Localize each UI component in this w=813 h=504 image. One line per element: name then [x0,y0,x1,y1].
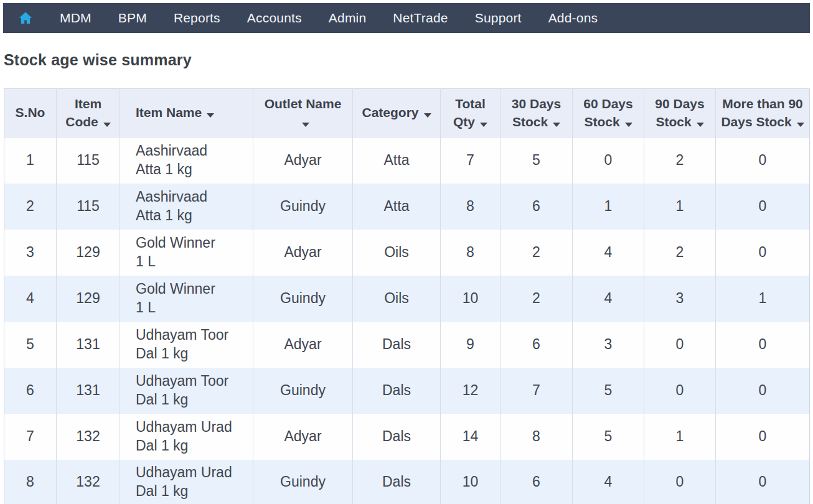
table-header-row: S.NoItem CodeItem NameOutlet NameCategor… [4,89,810,138]
cell-90-days-stock: 0 [644,368,716,414]
cell-category: Dals [353,414,441,460]
cell-outlet-name: Adyar [253,414,353,460]
cell-s-no: 1 [4,138,57,184]
nav-item-bpm[interactable]: BPM [118,11,147,26]
cell-outlet-name: Guindy [253,460,353,504]
cell-item-name: Gold Winner 1 L [120,230,253,276]
cell-item-name: Aashirvaad Atta 1 kg [120,184,253,230]
table-row: 6131Udhayam Toor Dal 1 kgGuindyDals12750… [4,368,810,414]
nav-item-add-ons[interactable]: Add-ons [548,11,598,26]
cell-s-no: 8 [4,460,57,504]
stock-summary-table: S.NoItem CodeItem NameOutlet NameCategor… [4,88,813,504]
cell-total-qty: 12 [441,368,500,414]
column-label: More than 90 Days Stock [721,96,802,129]
cell-30-days-stock: 6 [500,184,573,230]
cell-total-qty: 10 [441,460,500,504]
column-header-item-code[interactable]: Item Code [57,89,120,138]
cell-90-days-stock: 0 [644,460,716,504]
cell-60-days-stock: 4 [573,460,644,504]
sort-down-icon [697,123,704,127]
table-row: 1115Aashirvaad Atta 1 kgAdyarAtta75020 [4,138,810,184]
cell-60-days-stock: 3 [573,322,644,368]
cell-more-than-90-days-stock: 0 [716,138,810,184]
column-header-90-days-stock[interactable]: 90 Days Stock [644,89,716,138]
sort-down-icon [553,123,560,127]
cell-outlet-name: Adyar [253,138,353,184]
column-header-outlet-name[interactable]: Outlet Name [253,89,353,138]
cell-category: Atta [353,138,441,184]
cell-30-days-stock: 6 [500,322,573,368]
cell-60-days-stock: 4 [573,276,644,322]
cell-item-name: Gold Winner 1 L [120,276,253,322]
table-row: 7132Udhayam Urad Dal 1 kgAdyarDals148510 [4,414,810,460]
nav-item-support[interactable]: Support [475,11,522,26]
cell-category: Atta [353,184,441,230]
column-header-more-than-90-days-stock[interactable]: More than 90 Days Stock [716,89,810,138]
cell-s-no: 2 [4,184,57,230]
nav-item-nettrade[interactable]: NetTrade [393,11,448,26]
table-row: 4129Gold Winner 1 LGuindyOils102431 [4,276,810,322]
cell-more-than-90-days-stock: 0 [716,368,810,414]
cell-item-code: 131 [57,368,120,414]
cell-60-days-stock: 5 [573,368,644,414]
nav-items: MDMBPMReportsAccountsAdminNetTradeSuppor… [60,11,598,26]
cell-outlet-name: Adyar [253,322,353,368]
cell-30-days-stock: 8 [500,414,573,460]
cell-outlet-name: Guindy [253,276,353,322]
cell-30-days-stock: 6 [500,460,573,504]
cell-outlet-name: Guindy [253,184,353,230]
column-header-item-name[interactable]: Item Name [120,89,253,138]
home-icon[interactable] [18,11,33,26]
cell-total-qty: 7 [441,138,500,184]
sort-down-icon [424,113,431,118]
cell-category: Oils [353,230,441,276]
cell-outlet-name: Guindy [253,368,353,414]
cell-item-code: 129 [57,230,120,276]
cell-category: Dals [353,460,441,504]
cell-more-than-90-days-stock: 0 [716,460,810,504]
cell-total-qty: 10 [441,276,500,322]
cell-item-name: Udhayam Urad Dal 1 kg [120,414,253,460]
column-header-60-days-stock[interactable]: 60 Days Stock [573,89,644,138]
cell-s-no: 4 [4,276,57,322]
sort-down-icon [302,123,309,127]
cell-s-no: 5 [4,322,57,368]
sort-down-icon [625,123,632,127]
cell-s-no: 7 [4,414,57,460]
column-header-category[interactable]: Category [353,89,441,138]
cell-30-days-stock: 2 [500,276,573,322]
column-label: Item Name [136,105,202,119]
cell-90-days-stock: 1 [644,414,716,460]
cell-90-days-stock: 3 [644,276,716,322]
cell-total-qty: 14 [441,414,500,460]
cell-more-than-90-days-stock: 1 [716,276,810,322]
cell-category: Dals [353,368,441,414]
sort-down-icon [480,123,487,127]
nav-item-admin[interactable]: Admin [329,11,367,26]
cell-total-qty: 8 [441,230,500,276]
top-nav-bar: MDMBPMReportsAccountsAdminNetTradeSuppor… [3,3,810,33]
cell-item-code: 115 [57,138,120,184]
cell-category: Oils [353,276,441,322]
table-row: 8132Udhayam Urad Dal 1 kgGuindyDals10640… [4,460,810,504]
cell-more-than-90-days-stock: 0 [716,322,810,368]
cell-60-days-stock: 5 [573,414,644,460]
cell-item-name: Udhayam Urad Dal 1 kg [120,460,253,504]
table-row: 3129Gold Winner 1 LAdyarOils82420 [4,230,810,276]
cell-more-than-90-days-stock: 0 [716,230,810,276]
cell-item-name: Udhayam Toor Dal 1 kg [120,368,253,414]
cell-item-code: 131 [57,322,120,368]
sort-down-icon [797,123,804,127]
nav-item-accounts[interactable]: Accounts [247,11,302,26]
cell-item-code: 132 [57,414,120,460]
column-header-total-qty[interactable]: Total Qty [441,89,500,138]
cell-total-qty: 9 [441,322,500,368]
cell-90-days-stock: 1 [644,184,716,230]
cell-item-name: Aashirvaad Atta 1 kg [120,138,253,184]
cell-item-code: 115 [57,184,120,230]
column-header-30-days-stock[interactable]: 30 Days Stock [500,89,573,138]
nav-item-mdm[interactable]: MDM [60,11,92,26]
cell-30-days-stock: 7 [500,368,573,414]
nav-item-reports[interactable]: Reports [174,11,220,26]
column-header-s-no: S.No [4,89,57,138]
